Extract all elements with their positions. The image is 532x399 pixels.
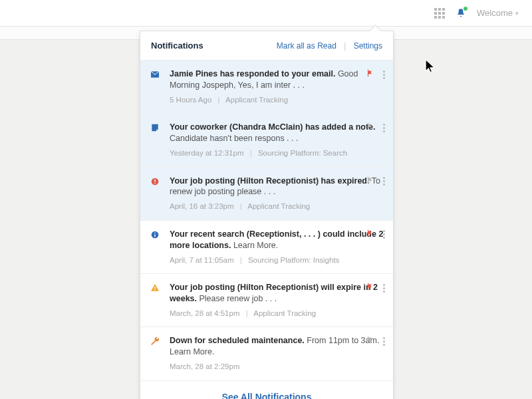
more-icon[interactable] — [382, 283, 386, 294]
notification-body: Your recent search (Receptionist, . . . … — [170, 229, 384, 265]
notification-preview: Please renew job . . . — [200, 294, 277, 303]
apps-grid-icon[interactable] — [434, 8, 445, 19]
more-icon[interactable] — [382, 122, 386, 134]
info-icon — [150, 229, 162, 243]
notification-item[interactable]: Jamie Pines has responded to your email.… — [140, 61, 393, 114]
notification-meta: March, 28 at 4:51pm | Applicant Tracking — [170, 309, 384, 319]
notification-badge-dot — [464, 7, 467, 11]
flag-icon[interactable] — [366, 68, 375, 80]
notification-time: March, 28 at 4:51pm — [170, 309, 239, 317]
wrench-icon — [150, 336, 162, 349]
notification-meta: April, 16 at 3:23pm | Applicant Tracking — [170, 201, 384, 212]
note-icon — [150, 122, 162, 136]
flag-icon[interactable] — [366, 176, 375, 188]
notification-body: Your job posting (Hilton Receptionist) h… — [170, 176, 384, 212]
notification-title: Jamie Pines has responded to your email. — [170, 69, 335, 78]
notification-item[interactable]: Your job posting (Hilton Receptionist) h… — [140, 168, 393, 221]
svg-rect-7 — [154, 289, 155, 290]
top-bar: Welcome ▾ — [0, 0, 532, 27]
panel-title: Notifications — [151, 41, 203, 51]
panel-actions: Mark all as Read | Settings — [277, 41, 382, 51]
notification-item[interactable]: Your coworker (Chandra McClain) has adde… — [140, 114, 393, 167]
notification-meta: March, 28 at 2:29pm — [170, 362, 384, 372]
flag-icon[interactable] — [366, 282, 375, 294]
mark-all-read-link[interactable]: Mark all as Read — [277, 41, 336, 51]
settings-link[interactable]: Settings — [354, 41, 382, 51]
notification-time: March, 28 at 2:29pm — [170, 362, 239, 370]
notification-body: Your coworker (Chandra McClain) has adde… — [170, 122, 384, 158]
flag-icon[interactable] — [366, 229, 375, 241]
notification-time: April, 16 at 3:23pm — [170, 202, 234, 210]
notification-body: Down for scheduled maintenance. From 11p… — [170, 335, 384, 372]
notification-time: Yesterday at 12:31pm — [170, 149, 243, 157]
notification-source: Applicant Tracking — [225, 96, 288, 104]
notification-title: Your job posting (Hilton Receptionist) h… — [170, 176, 369, 186]
notification-meta: 5 Hours Ago | Applicant Tracking — [170, 95, 384, 106]
notification-source: Sourcing Platform: Search — [258, 149, 347, 157]
svg-rect-2 — [154, 183, 155, 184]
notifications-bell-icon[interactable] — [456, 8, 466, 19]
warning-icon — [150, 283, 162, 296]
notification-source: Applicant Tracking — [247, 202, 310, 210]
svg-rect-5 — [154, 232, 155, 233]
see-all-link[interactable]: See All Notifications — [140, 381, 393, 399]
svg-rect-6 — [154, 287, 155, 289]
notification-body: Jamie Pines has responded to your email.… — [170, 68, 384, 105]
welcome-menu[interactable]: Welcome ▾ — [477, 8, 519, 18]
notification-source: Applicant Tracking — [253, 309, 316, 317]
flag-icon[interactable] — [366, 122, 375, 134]
more-icon[interactable] — [382, 69, 386, 80]
svg-rect-1 — [154, 179, 155, 182]
notification-item[interactable]: Down for scheduled maintenance. From 11p… — [140, 327, 393, 380]
chevron-down-icon: ▾ — [515, 10, 519, 17]
notification-source: Sourcing Platform: Insights — [248, 256, 339, 264]
notification-meta: April, 7 at 11:05am | Sourcing Platform:… — [170, 255, 384, 266]
envelope-icon — [150, 69, 162, 82]
welcome-label: Welcome — [477, 8, 513, 18]
more-icon[interactable] — [382, 176, 386, 187]
notification-body: Your job posting (Hilton Receptionist) w… — [170, 282, 384, 319]
svg-rect-4 — [154, 234, 155, 237]
flag-icon[interactable] — [366, 335, 375, 347]
notification-time: April, 7 at 11:05am — [170, 256, 234, 264]
notification-item[interactable]: Your recent search (Receptionist, . . . … — [140, 221, 393, 274]
panel-header: Notifications Mark all as Read | Setting… — [140, 31, 393, 61]
notification-meta: Yesterday at 12:31pm | Sourcing Platform… — [170, 148, 384, 159]
more-icon[interactable] — [382, 336, 386, 347]
notification-item[interactable]: Your job posting (Hilton Receptionist) w… — [140, 274, 393, 327]
more-icon[interactable] — [382, 229, 386, 240]
alert-icon — [150, 176, 162, 190]
notification-title: Down for scheduled maintenance. — [170, 336, 305, 345]
cursor-icon — [424, 59, 436, 74]
notifications-panel: Notifications Mark all as Read | Setting… — [140, 31, 394, 399]
notification-preview: Learn More. — [233, 241, 278, 250]
notification-title: Your coworker (Chandra McClain) has adde… — [170, 122, 376, 132]
notification-time: 5 Hours Ago — [170, 96, 211, 104]
notification-preview: Candidate hasn't been respons . . . — [170, 134, 299, 143]
